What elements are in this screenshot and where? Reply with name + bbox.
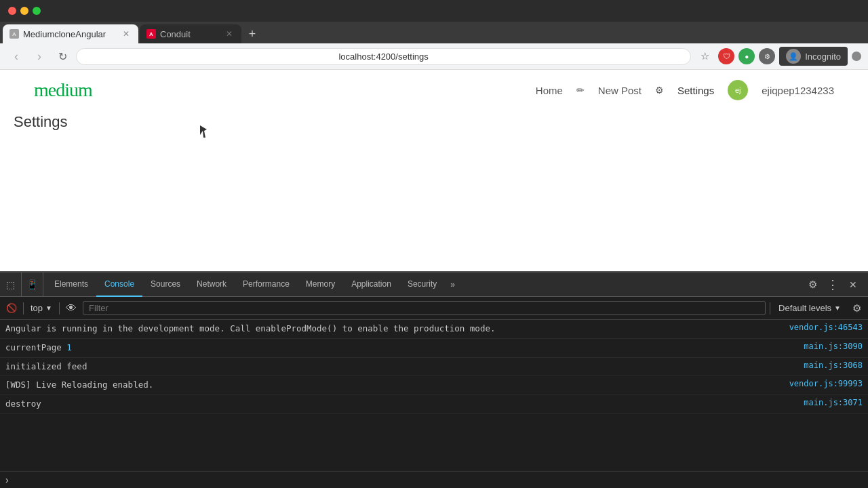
site-header: medium Home ✏ New Post ⚙ Settings ej eji… xyxy=(0,70,868,110)
tab-label-medium: MediumcloneAngular xyxy=(23,29,117,39)
devtools-tab-network[interactable]: Network xyxy=(189,272,235,297)
levels-selector[interactable]: Default levels ▼ xyxy=(774,302,845,314)
devtools-tab-performance[interactable]: Performance xyxy=(235,272,298,297)
devtools-tab-console[interactable]: Console xyxy=(96,272,142,297)
tab-favicon-medium: A xyxy=(9,29,19,39)
console-row-2: currentPage 1 main.js:3090 xyxy=(0,339,868,358)
levels-dropdown-icon: ▼ xyxy=(834,304,841,312)
address-text: localhost:4200/settings xyxy=(338,52,428,62)
user-avatar[interactable]: ej xyxy=(728,80,748,100)
forward-button[interactable]: › xyxy=(30,47,49,66)
traffic-light-red[interactable] xyxy=(8,7,16,15)
title-bar xyxy=(0,0,868,22)
console-row-1: Angular is running in the development mo… xyxy=(0,320,868,339)
devtools-tab-security[interactable]: Security xyxy=(399,272,445,297)
nav-link-settings[interactable]: Settings xyxy=(677,85,714,96)
nav-link-username[interactable]: ejiqpep1234233 xyxy=(762,85,834,96)
console-prompt: › xyxy=(0,471,868,488)
extension-shield[interactable]: 🛡 xyxy=(718,48,734,64)
devtools-tab-application[interactable]: Application xyxy=(343,272,399,297)
console-messages: Angular is running in the development mo… xyxy=(0,320,868,471)
console-source-2[interactable]: main.js:3090 xyxy=(797,342,863,351)
console-row-3: initialized feed main.js:3068 xyxy=(0,358,868,377)
eye-icon[interactable]: 👁 xyxy=(64,301,79,316)
context-dropdown-icon: ▼ xyxy=(45,304,52,312)
settings-page-title: Settings xyxy=(0,110,868,134)
new-tab-button[interactable]: + xyxy=(243,24,262,43)
settings-gear-icon: ⚙ xyxy=(655,85,664,96)
console-source-4[interactable]: vendor.js:99993 xyxy=(783,379,863,388)
incognito-person-icon: 👤 xyxy=(786,49,801,64)
browser-tab-conduit[interactable]: A Conduit ✕ xyxy=(140,24,241,43)
console-row-5: destroy main.js:3071 xyxy=(0,395,868,414)
console-input[interactable] xyxy=(13,475,863,485)
site-logo[interactable]: medium xyxy=(34,79,92,101)
console-settings-icon[interactable]: ⚙ xyxy=(849,301,864,316)
console-message-5: destroy xyxy=(5,398,797,411)
new-post-icon: ✏ xyxy=(576,85,585,96)
console-toolbar: 🚫 top ▼ 👁 Default levels ▼ ⚙ xyxy=(0,297,868,320)
context-selector[interactable]: top ▼ xyxy=(28,302,55,314)
console-source-1[interactable]: vendor.js:46543 xyxy=(783,323,863,332)
console-prompt-arrow: › xyxy=(5,474,9,485)
devtools-close-icon[interactable]: ✕ xyxy=(844,275,863,294)
back-button[interactable]: ‹ xyxy=(7,47,26,66)
address-bar[interactable]: localhost:4200/settings xyxy=(76,48,691,65)
tab-favicon-conduit: A xyxy=(146,29,156,39)
profile-dot[interactable] xyxy=(852,52,861,61)
devtools-more-icon[interactable]: ⋮ xyxy=(823,275,842,294)
traffic-lights xyxy=(8,7,41,15)
nav-bar: ‹ › ↻ localhost:4200/settings ☆ 🛡 ● ⚙ 👤 … xyxy=(0,43,868,70)
toolbar-divider-3 xyxy=(770,302,770,314)
context-text: top xyxy=(31,303,43,313)
devtools-tab-more[interactable]: » xyxy=(445,272,460,297)
settings-title-text: Settings xyxy=(14,113,68,130)
tab-close-conduit[interactable]: ✕ xyxy=(224,28,235,39)
nav-link-home[interactable]: Home xyxy=(536,85,563,96)
site-nav: Home ✏ New Post ⚙ Settings ej ejiqpep123… xyxy=(536,80,834,100)
devtools-tab-memory[interactable]: Memory xyxy=(298,272,343,297)
console-row-4: [WDS] Live Reloading enabled. vendor.js:… xyxy=(0,376,868,395)
console-message-4: [WDS] Live Reloading enabled. xyxy=(5,379,783,392)
toolbar-divider-1 xyxy=(23,302,24,314)
console-source-5[interactable]: main.js:3071 xyxy=(797,398,863,407)
incognito-label: Incognito xyxy=(805,52,841,62)
devtools-device-icon[interactable]: 📱 xyxy=(22,272,43,297)
filter-input[interactable] xyxy=(83,301,766,315)
extension-green[interactable]: ● xyxy=(738,48,755,64)
nav-link-newpost[interactable]: New Post xyxy=(598,85,642,96)
devtools-tab-sources[interactable]: Sources xyxy=(142,272,189,297)
clear-console-icon[interactable]: 🚫 xyxy=(4,301,19,316)
tabs-bar: A MediumcloneAngular ✕ A Conduit ✕ + xyxy=(0,22,868,43)
devtools-settings-icon[interactable]: ⚙ xyxy=(803,275,822,294)
tab-label-conduit: Conduit xyxy=(160,29,220,39)
console-message-3: initialized feed xyxy=(5,361,797,373)
devtools-tab-elements[interactable]: Elements xyxy=(46,272,96,297)
console-source-3[interactable]: main.js:3068 xyxy=(797,361,863,370)
console-message-2: currentPage 1 xyxy=(5,342,797,354)
bookmark-icon[interactable]: ☆ xyxy=(695,47,714,66)
refresh-button[interactable]: ↻ xyxy=(53,47,72,66)
levels-text: Default levels xyxy=(778,303,831,313)
devtools-tab-bar: ⬚ 📱 Elements Console Sources Network Per… xyxy=(0,272,868,297)
extension-gray[interactable]: ⚙ xyxy=(759,48,775,64)
toolbar-divider-2 xyxy=(59,302,60,314)
traffic-light-green[interactable] xyxy=(33,7,41,15)
console-message-1: Angular is running in the development mo… xyxy=(5,323,783,336)
traffic-light-yellow[interactable] xyxy=(20,7,28,15)
devtools-panel: ⬚ 📱 Elements Console Sources Network Per… xyxy=(0,271,868,488)
incognito-area: 👤 Incognito xyxy=(779,47,848,66)
devtools-inspect-icon[interactable]: ⬚ xyxy=(0,272,22,297)
browser-tab-mediumclone[interactable]: A MediumcloneAngular ✕ xyxy=(3,24,138,43)
tab-close-medium[interactable]: ✕ xyxy=(121,28,132,39)
page-content: medium Home ✏ New Post ⚙ Settings ej eji… xyxy=(0,70,868,262)
